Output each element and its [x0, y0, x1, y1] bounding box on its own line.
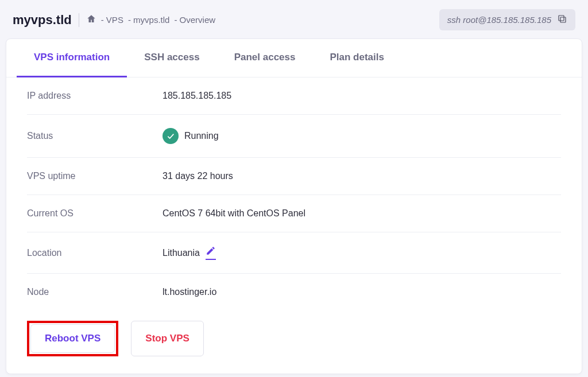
- value-status: Running: [184, 131, 219, 141]
- breadcrumb-vps[interactable]: - VPS: [101, 15, 123, 25]
- home-icon[interactable]: [86, 14, 96, 26]
- tab-ssh-access[interactable]: SSH access: [127, 39, 216, 77]
- row-uptime: VPS uptime 31 days 22 hours: [27, 158, 561, 195]
- label-status: Status: [27, 131, 163, 141]
- breadcrumb[interactable]: - VPS - myvps.tld - Overview: [86, 14, 215, 26]
- label-location: Location: [27, 248, 163, 258]
- reboot-highlight: Reboot VPS: [27, 321, 118, 356]
- reboot-button[interactable]: Reboot VPS: [30, 324, 115, 353]
- copy-icon[interactable]: [557, 14, 567, 26]
- row-location: Location Lithuania: [27, 232, 561, 274]
- row-node: Node lt.hostinger.io: [27, 274, 561, 310]
- breadcrumb-section[interactable]: - Overview: [174, 15, 215, 25]
- tab-plan-details[interactable]: Plan details: [312, 39, 401, 77]
- value-ip: 185.185.185.185: [163, 91, 231, 101]
- value-location: Lithuania: [163, 248, 200, 258]
- site-title: myvps.tld: [13, 13, 72, 28]
- tab-bar: VPS information SSH access Panel access …: [6, 39, 582, 77]
- ssh-copy-pill[interactable]: ssh root@185.185.185.185: [439, 9, 575, 30]
- label-uptime: VPS uptime: [27, 171, 163, 181]
- row-ip-address: IP address 185.185.185.185: [27, 77, 561, 115]
- stop-button[interactable]: Stop VPS: [131, 321, 204, 356]
- value-os: CentOS 7 64bit with CentOS Panel: [163, 208, 305, 219]
- tab-panel-access[interactable]: Panel access: [217, 39, 313, 77]
- vps-panel: VPS information SSH access Panel access …: [6, 38, 582, 374]
- label-ip: IP address: [27, 91, 163, 101]
- edit-icon[interactable]: [206, 246, 216, 260]
- action-buttons: Reboot VPS Stop VPS: [6, 310, 582, 374]
- svg-rect-1: [559, 15, 564, 21]
- tab-vps-information[interactable]: VPS information: [17, 39, 127, 77]
- header-divider: [79, 13, 79, 27]
- value-node: lt.hostinger.io: [163, 287, 216, 297]
- row-os: Current OS CentOS 7 64bit with CentOS Pa…: [27, 195, 561, 232]
- info-list: IP address 185.185.185.185 Status Runnin…: [6, 77, 582, 310]
- ssh-command-text: ssh root@185.185.185.185: [447, 15, 551, 25]
- label-os: Current OS: [27, 208, 163, 219]
- page-header: myvps.tld - VPS - myvps.tld - Overview s…: [6, 6, 582, 38]
- row-status: Status Running: [27, 115, 561, 158]
- check-icon: [163, 128, 179, 144]
- label-node: Node: [27, 287, 163, 297]
- breadcrumb-host[interactable]: - myvps.tld: [128, 15, 170, 25]
- svg-rect-0: [560, 17, 566, 22]
- value-uptime: 31 days 22 hours: [163, 171, 233, 181]
